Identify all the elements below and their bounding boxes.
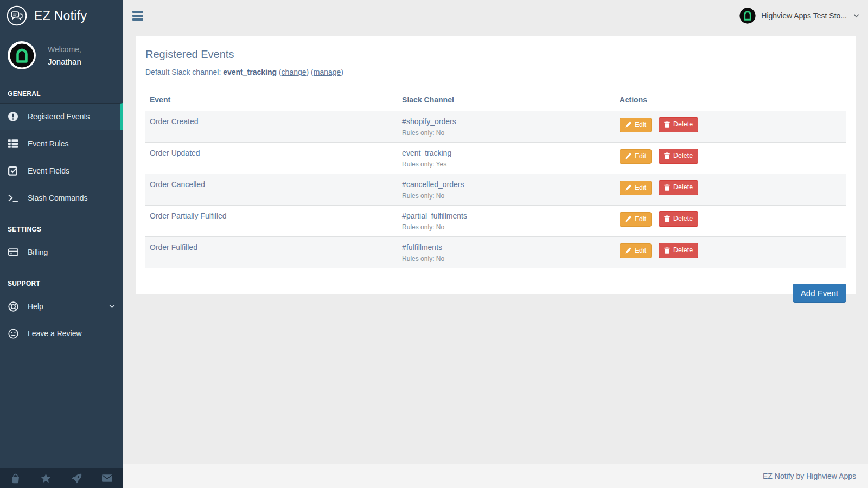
main-content: Registered Events Default Slack channel:… — [123, 31, 868, 464]
default-channel: event_tracking — [223, 68, 277, 76]
edit-button[interactable]: Edit — [620, 212, 652, 227]
sidebar-bottom-link-rocket[interactable] — [61, 468, 92, 488]
user-name: Jonathan — [48, 57, 81, 66]
edit-button[interactable]: Edit — [620, 118, 652, 133]
store-dropdown[interactable]: Highview Apps Test Sto... — [739, 8, 859, 24]
sidebar-item-leave-a-review[interactable]: Leave a Review — [0, 320, 123, 347]
sidebar-section: GENERAL Registered Events Event Rules Ev… — [0, 81, 123, 211]
sidebar-item-registered-events[interactable]: Registered Events — [0, 103, 123, 130]
sidebar-section-header: SUPPORT — [0, 271, 123, 293]
delete-button[interactable]: Delete — [659, 243, 698, 258]
edit-button[interactable]: Edit — [620, 243, 652, 259]
change-link[interactable]: change — [282, 68, 307, 76]
event-name: Order Created — [145, 111, 398, 143]
pencil-icon — [625, 153, 631, 159]
delete-button[interactable]: Delete — [659, 211, 698, 227]
rules-only-label: Rules only: No — [402, 255, 611, 262]
star-icon — [41, 473, 51, 484]
app-brand: EZ Notify — [0, 0, 123, 31]
channel-name: #cancelled_orders — [402, 180, 611, 189]
pencil-icon — [625, 247, 631, 254]
channel-name: #partial_fulfillments — [402, 211, 611, 220]
pencil-icon — [625, 121, 631, 128]
check-square-icon — [8, 166, 18, 176]
chevron-down-icon — [853, 14, 859, 18]
delete-button[interactable]: Delete — [659, 149, 698, 164]
store-logo-icon — [739, 8, 756, 24]
pencil-icon — [625, 216, 631, 222]
store-name: Highview Apps Test Sto... — [761, 11, 847, 20]
terminal-icon — [8, 193, 18, 203]
sidebar-bottom-link-shopping-bag[interactable] — [0, 468, 31, 488]
store-logo-icon — [10, 43, 34, 68]
sidebar-item-event-rules[interactable]: Event Rules — [0, 130, 123, 157]
paren: ) — [341, 68, 343, 76]
sidebar-bottom-link-envelope[interactable] — [92, 468, 123, 488]
sidebar-item-billing[interactable]: Billing — [0, 239, 123, 266]
trash-icon — [664, 247, 670, 254]
table-row: Order Updated event_tracking Rules only:… — [145, 143, 846, 174]
delete-button[interactable]: Delete — [659, 117, 698, 132]
column-header-slack-channel: Slack Channel — [398, 87, 615, 111]
manage-link[interactable]: manage — [314, 68, 341, 76]
divider — [145, 86, 846, 86]
sidebar-item-event-fields[interactable]: Event Fields — [0, 157, 123, 184]
trash-icon — [664, 215, 670, 222]
user-panel: Welcome, Jonathan — [0, 31, 123, 76]
sidebar-item-slash-commands[interactable]: Slash Commands — [0, 184, 123, 211]
sidebar-section: SETTINGS Billing — [0, 217, 123, 266]
sidebar-bottom-link-star[interactable] — [31, 468, 62, 488]
comments-logo-icon — [7, 5, 27, 26]
rules-only-label: Rules only: Yes — [402, 160, 611, 168]
hamburger-menu-button[interactable] — [131, 9, 144, 23]
table-row: Order Fulfilled #fulfillments Rules only… — [145, 237, 846, 268]
table-row: Order Partially Fulfilled #partial_fulfi… — [145, 206, 846, 237]
channel-name: #fulfillments — [402, 243, 611, 252]
life-ring-icon — [8, 301, 18, 312]
rules-only-label: Rules only: No — [402, 129, 611, 137]
envelope-icon — [102, 474, 112, 482]
table-row: Order Cancelled #cancelled_orders Rules … — [145, 174, 846, 206]
page-title: Registered Events — [145, 48, 846, 61]
default-channel-line: Default Slack channel: event_tracking (c… — [145, 68, 846, 76]
shopping-bag-icon — [10, 473, 21, 484]
rules-only-label: Rules only: No — [402, 192, 611, 200]
sidebar-section-header: SETTINGS — [0, 217, 123, 239]
sidebar-item-help[interactable]: Help — [0, 293, 123, 320]
events-table: Event Slack Channel Actions Order Create… — [145, 87, 846, 268]
column-header-actions: Actions — [615, 87, 846, 111]
trash-icon — [664, 121, 670, 128]
footer-text: EZ Notify by Highview Apps — [763, 472, 856, 480]
event-name: Order Partially Fulfilled — [145, 206, 398, 237]
welcome-label: Welcome, — [48, 45, 81, 54]
sidebar-section-header: GENERAL — [0, 81, 123, 103]
topbar: Highview Apps Test Sto... — [123, 0, 868, 31]
list-icon — [8, 139, 18, 149]
avatar — [8, 41, 36, 69]
edit-button[interactable]: Edit — [620, 181, 652, 196]
rocket-icon — [72, 473, 82, 484]
delete-button[interactable]: Delete — [659, 180, 698, 195]
registered-events-card: Registered Events Default Slack channel:… — [136, 36, 856, 294]
channel-name: #shopify_orders — [402, 117, 611, 126]
app-title: EZ Notify — [34, 9, 87, 23]
paren: ) — [307, 68, 309, 76]
subtitle-prefix: Default Slack channel: — [145, 68, 221, 76]
smiley-icon — [8, 329, 18, 339]
column-header-event: Event — [145, 87, 398, 111]
chevron-down-icon — [109, 304, 115, 309]
footer: EZ Notify by Highview Apps — [123, 464, 868, 488]
event-name: Order Updated — [145, 143, 398, 174]
trash-icon — [664, 184, 670, 191]
credit-card-icon — [8, 248, 18, 256]
event-name: Order Cancelled — [145, 174, 398, 206]
trash-icon — [664, 152, 670, 159]
pencil-icon — [625, 184, 631, 191]
sidebar-section: SUPPORT Help Leave a Review — [0, 271, 123, 347]
rules-only-label: Rules only: No — [402, 223, 611, 231]
edit-button[interactable]: Edit — [620, 149, 652, 164]
event-name: Order Fulfilled — [145, 237, 398, 268]
add-event-button[interactable]: Add Event — [793, 284, 846, 303]
sidebar-nav: GENERAL Registered Events Event Rules Ev… — [0, 81, 123, 347]
table-row: Order Created #shopify_orders Rules only… — [145, 111, 846, 143]
